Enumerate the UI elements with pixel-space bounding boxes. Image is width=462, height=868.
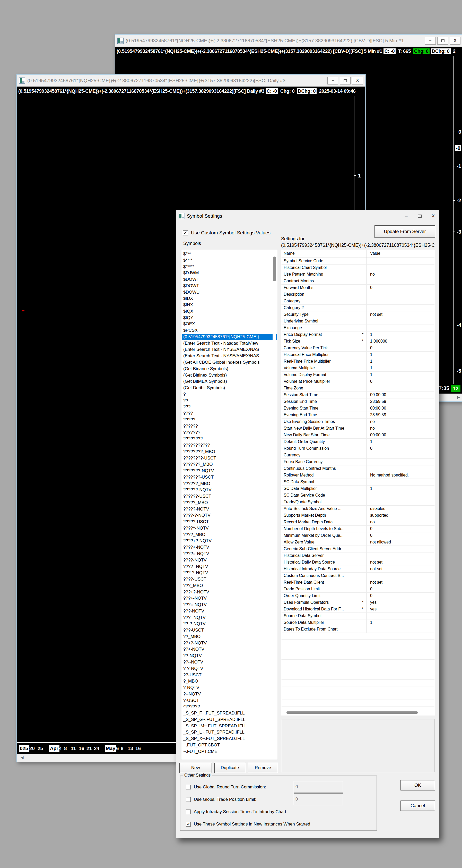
settings-table-row[interactable]: Continuous Contract Months	[281, 465, 435, 472]
setting-value[interactable]: yes	[370, 600, 376, 605]
global-value-input[interactable]: 0	[294, 793, 343, 805]
duplicate-button[interactable]: Duplicate	[214, 763, 245, 773]
ok-button[interactable]: OK	[400, 780, 435, 790]
symbol-list-item[interactable]: ????^-NQTV	[182, 525, 277, 532]
symbol-list-item[interactable]: ??????-NQTV	[182, 487, 277, 493]
settings-table-row[interactable]: Allow Zero Valuenot allowed	[281, 539, 435, 546]
symbol-list-item[interactable]: ???????????	[182, 442, 277, 449]
settings-table-row[interactable]: Historical Price Multiplier1	[281, 351, 435, 358]
settings-table-row[interactable]: Volume Multiplier1	[281, 365, 435, 372]
settings-table-row[interactable]: Start New Daily Bar At Start Timeno	[281, 425, 435, 432]
symbol-list-item[interactable]: ??--NQTV	[182, 659, 277, 665]
symbol-list-item[interactable]: _S_SP_X~.FUT_SPREAD.IFLL	[182, 736, 277, 742]
symbol-list-item[interactable]: ???????_MBO	[182, 461, 277, 468]
symbol-list-item[interactable]: $DOWU	[182, 289, 277, 296]
settings-table-row[interactable]: SC Data Symbol	[281, 479, 435, 486]
dialog-titlebar[interactable]: Symbol Settings – X	[176, 210, 439, 222]
other-settings-row[interactable]: Apply Intraday Session Times To Intraday…	[186, 806, 286, 817]
symbol-list-item[interactable]: _S_SP_IM~.FUT_SPREAD.IFLL	[182, 723, 277, 730]
setting-value[interactable]: 00:00:00	[370, 406, 386, 410]
new-button[interactable]: New	[179, 763, 212, 773]
setting-value[interactable]: not set	[370, 567, 383, 571]
symbol-list-item[interactable]: ????--NQTV	[182, 563, 277, 570]
settings-table-row[interactable]: Source Data Symbol	[281, 613, 435, 619]
symbol-list-item[interactable]: $*****	[182, 264, 277, 270]
setting-value[interactable]: 0	[370, 379, 372, 384]
settings-table-row[interactable]: Real-Time Price Multiplier1	[281, 358, 435, 365]
symbol-list-item[interactable]: ??_MBO	[182, 633, 277, 640]
symbol-list-item[interactable]: ???????	[182, 429, 277, 436]
symbol-list-item[interactable]: ??????_MBO	[182, 480, 277, 487]
maximize-icon[interactable]	[414, 211, 426, 221]
global-value-input[interactable]: 0	[294, 781, 343, 793]
setting-value[interactable]: supported	[370, 513, 388, 518]
settings-table-row[interactable]: New Daily Bar Start Time00:00:00	[281, 432, 435, 439]
minimize-icon[interactable]: –	[425, 37, 436, 44]
symbol-list-item[interactable]: ??-NQTV	[182, 653, 277, 659]
symbol-list-item[interactable]: $INX	[182, 302, 277, 308]
setting-value[interactable]: no	[370, 426, 375, 431]
settings-table-row[interactable]: Exchange	[281, 325, 435, 332]
setting-value[interactable]: 0	[370, 593, 372, 598]
settings-table-row[interactable]: Supports Market Depthsupported	[281, 512, 435, 519]
symbol-list-item[interactable]: (Enter Search Text - Nasdaq TotalView	[182, 340, 277, 347]
setting-value[interactable]: not set	[370, 560, 383, 565]
symbol-list-item[interactable]: $DJWM	[182, 270, 277, 276]
scrollbar-thumb[interactable]	[273, 256, 276, 281]
other-settings-checkbox[interactable]	[186, 785, 191, 789]
settings-table-row[interactable]: Round Turn Commission0	[281, 445, 435, 452]
minimize-icon[interactable]: –	[327, 77, 338, 85]
settings-table-row[interactable]: Historical Chart Symbol	[281, 265, 435, 271]
settings-table-row[interactable]: Use Evening Session Timesno	[281, 418, 435, 425]
settings-table-row[interactable]: Use Pattern Matchingno	[281, 271, 435, 278]
settings-table-row[interactable]: Category 2	[281, 305, 435, 311]
setting-value[interactable]: 0	[370, 533, 372, 538]
symbol-list-item[interactable]: _S_SP_F~.FUT_SPREAD.IFLL	[182, 710, 277, 717]
symbol-list-item[interactable]: ???-?-NQTV	[182, 570, 277, 576]
close-icon[interactable]: X	[427, 211, 439, 221]
settings-table-row[interactable]: Time Zone	[281, 385, 435, 392]
settings-table-row[interactable]: Category	[281, 298, 435, 305]
settings-table-row[interactable]: Currency	[281, 452, 435, 459]
symbol-list-item[interactable]: ???????-NQTV	[182, 468, 277, 474]
setting-value[interactable]: no	[370, 419, 375, 424]
symbol-list-item[interactable]: ???=-NQTV	[182, 602, 277, 608]
settings-table-row[interactable]: Session End Time23:59:59	[281, 399, 435, 405]
symbol-list-item[interactable]: ????????-USCT	[182, 455, 277, 462]
settings-table-row[interactable]: Underlying Symbol	[281, 318, 435, 325]
settings-table-row[interactable]: Contract Months	[281, 278, 435, 285]
symbol-list-item[interactable]: $IQY	[182, 315, 277, 321]
settings-table-row[interactable]: Evening End Time23:59:59	[281, 412, 435, 418]
symbol-list-item[interactable]: ??-?-NQTV	[182, 621, 277, 627]
symbol-list-item[interactable]: $IQX	[182, 308, 277, 315]
settings-table-row[interactable]: SC Data Multiplier1	[281, 486, 435, 492]
setting-value[interactable]: 1	[370, 352, 372, 357]
settings-table-row[interactable]: Trade Position Limit0	[281, 586, 435, 593]
symbol-list-item[interactable]: ??-USCT	[182, 672, 277, 678]
symbol-list-item[interactable]: ~.FUT_OPT.CBOT	[182, 742, 277, 748]
symbols-list-scrollbar[interactable]	[272, 251, 276, 758]
setting-value[interactable]: 1	[370, 486, 372, 491]
settings-table-row[interactable]: Historical Daily Data Sourcenot set	[281, 559, 435, 566]
symbol-list-item[interactable]: ??????-USCT	[182, 493, 277, 500]
settings-table-row[interactable]: Order Quantity Limit0	[281, 593, 435, 599]
other-settings-checkbox[interactable]	[186, 797, 191, 802]
symbol-list-item[interactable]: ????=-NQTV	[182, 551, 277, 557]
symbol-list-item[interactable]: ???_MBO	[182, 583, 277, 589]
symbol-list-item[interactable]: ????-NQTV	[182, 557, 277, 563]
symbol-list-item[interactable]: ????_MBO	[182, 532, 277, 538]
symbol-list-item[interactable]: ?????-USCT	[182, 519, 277, 525]
symbol-list-item[interactable]: (Get Deribit Symbols)	[182, 385, 277, 391]
setting-value[interactable]: not set	[370, 580, 383, 585]
settings-table-row[interactable]: Price Display Format*1	[281, 332, 435, 338]
close-icon[interactable]: X	[352, 77, 363, 85]
use-custom-settings-checkbox[interactable]: ✓	[183, 230, 188, 236]
settings-table-row[interactable]: Default Order Quantity1	[281, 439, 435, 445]
symbol-list-item[interactable]: ?-USCT	[182, 698, 277, 704]
scroll-right-icon[interactable]: ▶	[457, 395, 460, 400]
symbol-list-item[interactable]: ?	[182, 391, 277, 398]
setting-value[interactable]: 0	[370, 346, 372, 350]
setting-value[interactable]: 0	[370, 446, 372, 451]
setting-value[interactable]: 1	[370, 439, 372, 444]
settings-table-row[interactable]: SC Data Service Code	[281, 492, 435, 499]
